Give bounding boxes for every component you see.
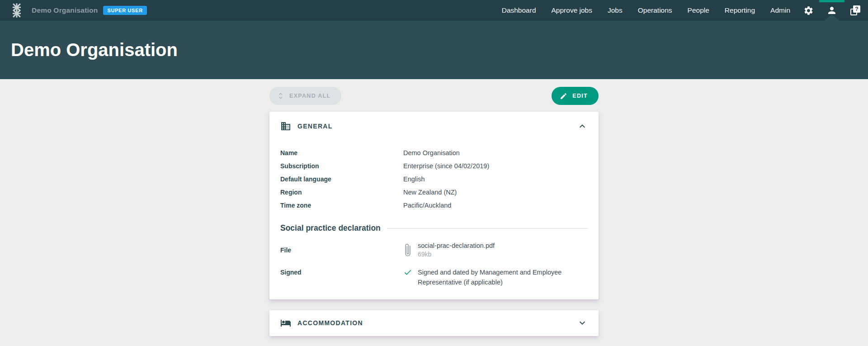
field-row-time-zone: Time zone Pacific/Auckland — [280, 199, 588, 212]
nav-item-people[interactable]: People — [688, 6, 709, 14]
help-button[interactable]: ? — [850, 5, 861, 16]
field-value: Enterprise (since 04/02/2019) — [403, 162, 489, 170]
field-row-name: Name Demo Organisation — [280, 146, 588, 159]
field-label: Subscription — [280, 162, 403, 170]
nav-item-operations[interactable]: Operations — [638, 6, 672, 14]
file-name[interactable]: social-prac-declaration.pdf — [418, 242, 495, 249]
signed-text: Signed and dated by Management and Emplo… — [418, 267, 588, 288]
pencil-icon — [560, 92, 567, 100]
file-info: social-prac-declaration.pdf 69kb — [418, 242, 495, 259]
brand: Demo Organisation SUPER USER — [8, 2, 147, 19]
nav-item-dashboard[interactable]: Dashboard — [502, 6, 536, 14]
field-label: Time zone — [280, 202, 403, 209]
unfold-more-icon — [277, 92, 285, 100]
building-icon — [280, 121, 291, 132]
file-size: 69kb — [418, 251, 495, 258]
field-row-subscription: Subscription Enterprise (since 04/02/201… — [280, 159, 588, 172]
snowflake-logo-icon — [9, 2, 25, 19]
signed-value: Signed and dated by Management and Emplo… — [403, 267, 588, 288]
page-title: Demo Organisation — [11, 40, 178, 60]
field-label: Name — [280, 149, 403, 156]
page-header: Demo Organisation — [0, 21, 868, 79]
accommodation-card-header[interactable]: ACCOMMODATION — [269, 310, 599, 336]
field-value: English — [403, 175, 425, 183]
user-account-button[interactable] — [826, 5, 837, 16]
field-row-region: Region New Zealand (NZ) — [280, 185, 588, 199]
edit-label: EDIT — [572, 93, 588, 99]
field-label: Default language — [280, 175, 403, 183]
file-row: File social-prac-declaration.pdf 69kb — [280, 242, 588, 259]
general-fields: Name Demo Organisation Subscription Ente… — [280, 146, 588, 212]
field-row-default-language: Default language English — [280, 172, 588, 185]
active-nav-notch — [824, 14, 840, 21]
signed-label: Signed — [280, 267, 403, 288]
section-title: Social practice declaration — [280, 223, 381, 233]
help-icon: ? — [850, 5, 860, 15]
file-attachment[interactable]: social-prac-declaration.pdf 69kb — [403, 242, 495, 259]
active-nav-indicator — [819, 0, 844, 2]
expand-all-button[interactable]: EXPAND ALL — [269, 87, 341, 105]
general-card: GENERAL Name Demo Organisation Subscript… — [269, 112, 599, 299]
main-content: EXPAND ALL EDIT GENERAL Name Demo Organi… — [269, 87, 599, 336]
settings-button[interactable] — [803, 5, 814, 16]
super-user-badge: SUPER USER — [103, 6, 147, 15]
file-label: File — [280, 242, 403, 259]
paperclip-icon — [403, 242, 412, 259]
nav-org-name: Demo Organisation — [32, 6, 98, 14]
snowflake-logo[interactable] — [8, 2, 25, 19]
social-practice-section-header: Social practice declaration — [280, 223, 588, 233]
general-card-title: GENERAL — [297, 123, 577, 130]
actions-row: EXPAND ALL EDIT — [269, 87, 599, 105]
signed-row: Signed Signed and dated by Management an… — [280, 267, 588, 288]
field-value: Pacific/Auckland — [403, 202, 451, 209]
nav-item-jobs[interactable]: Jobs — [608, 6, 623, 14]
nav-item-approve-jobs[interactable]: Approve jobs — [552, 6, 592, 14]
edit-button[interactable]: EDIT — [552, 87, 599, 105]
accommodation-card-title: ACCOMMODATION — [297, 319, 577, 327]
nav-menu: Dashboard Approve jobs Jobs Operations P… — [486, 5, 861, 16]
gear-icon — [803, 5, 814, 16]
chevron-up-icon[interactable] — [577, 121, 588, 132]
chevron-down-icon[interactable] — [577, 318, 588, 328]
nav-item-admin[interactable]: Admin — [770, 6, 790, 14]
nav-item-reporting[interactable]: Reporting — [725, 6, 755, 14]
expand-all-label: EXPAND ALL — [289, 93, 330, 99]
bed-icon — [280, 318, 291, 328]
top-nav-bar: Demo Organisation SUPER USER Dashboard A… — [0, 0, 868, 21]
field-label: Region — [280, 189, 403, 196]
check-icon — [403, 268, 412, 277]
section-divider — [387, 228, 588, 229]
field-value: New Zealand (NZ) — [403, 189, 457, 196]
general-card-header[interactable]: GENERAL — [280, 112, 588, 132]
field-value: Demo Organisation — [403, 149, 460, 156]
